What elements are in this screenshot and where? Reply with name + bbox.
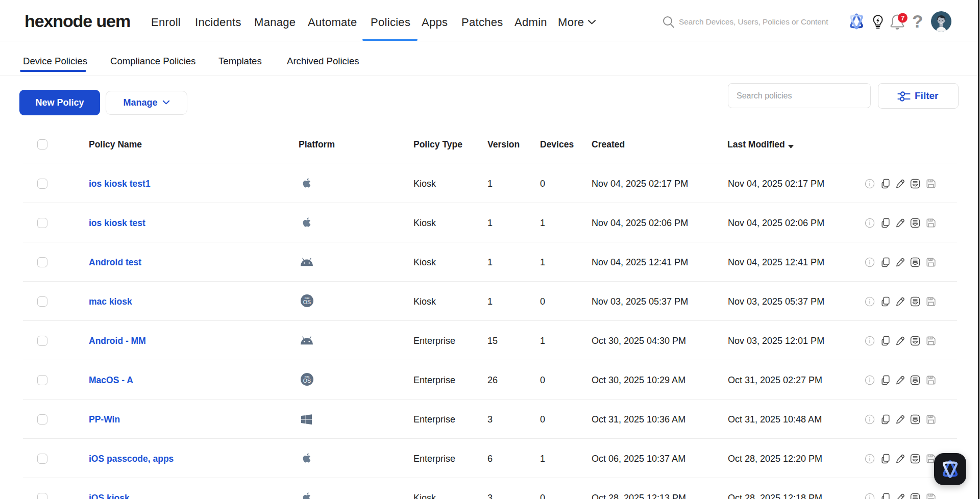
- svg-text:OS: OS: [303, 299, 311, 305]
- svg-text:OS: OS: [303, 378, 311, 384]
- svg-text:7: 7: [901, 14, 904, 22]
